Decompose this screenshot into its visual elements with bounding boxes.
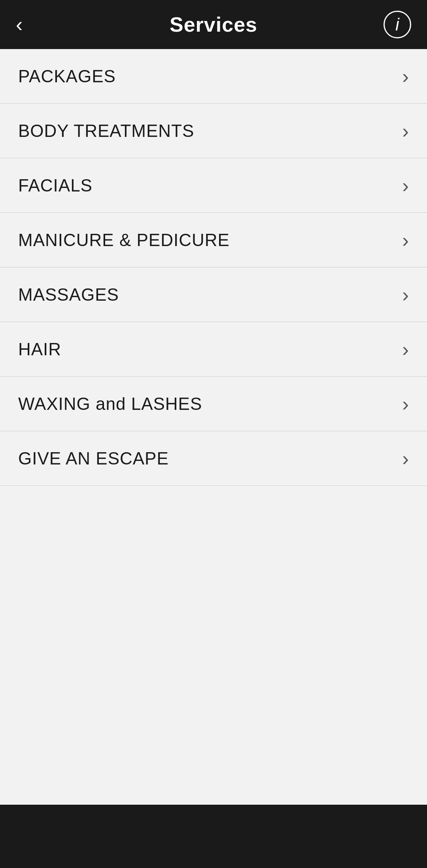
chevron-right-icon: › xyxy=(402,230,409,250)
app-header: ‹ Services i xyxy=(0,0,427,49)
chevron-right-icon: › xyxy=(402,66,409,86)
service-list: PACKAGES›BODY TREATMENTS›FACIALS›MANICUR… xyxy=(0,49,427,805)
chevron-right-icon: › xyxy=(402,449,409,468)
service-item-hair[interactable]: HAIR› xyxy=(0,322,427,377)
service-label-give-an-escape: GIVE AN ESCAPE xyxy=(18,449,169,468)
service-label-packages: PACKAGES xyxy=(18,66,116,86)
service-label-hair: HAIR xyxy=(18,339,61,359)
service-item-body-treatments[interactable]: BODY TREATMENTS› xyxy=(0,104,427,158)
chevron-right-icon: › xyxy=(402,121,409,141)
back-button[interactable]: ‹ xyxy=(16,14,23,35)
map-button[interactable] xyxy=(332,825,380,848)
service-label-facials: FACIALS xyxy=(18,176,93,195)
service-label-body-treatments: BODY TREATMENTS xyxy=(18,121,194,141)
service-item-waxing-lashes[interactable]: WAXING and LASHES› xyxy=(0,377,427,431)
service-item-packages[interactable]: PACKAGES› xyxy=(0,49,427,104)
service-item-massages[interactable]: MASSAGES› xyxy=(0,267,427,322)
service-label-manicure-pedicure: MANICURE & PEDICURE xyxy=(18,230,230,250)
service-item-manicure-pedicure[interactable]: MANICURE & PEDICURE› xyxy=(0,213,427,267)
phone-button[interactable] xyxy=(47,825,95,848)
info-button[interactable]: i xyxy=(384,11,411,38)
info-icon: i xyxy=(395,15,399,34)
page-title: Services xyxy=(170,13,257,36)
chevron-right-icon: › xyxy=(402,394,409,414)
chevron-right-icon: › xyxy=(402,176,409,195)
chevron-right-icon: › xyxy=(402,285,409,305)
app-footer xyxy=(0,805,427,868)
service-label-waxing-lashes: WAXING and LASHES xyxy=(18,394,202,414)
service-item-facials[interactable]: FACIALS› xyxy=(0,158,427,213)
chevron-right-icon: › xyxy=(402,339,409,359)
service-label-massages: MASSAGES xyxy=(18,285,119,305)
service-item-give-an-escape[interactable]: GIVE AN ESCAPE› xyxy=(0,431,427,486)
email-button[interactable] xyxy=(190,825,237,848)
